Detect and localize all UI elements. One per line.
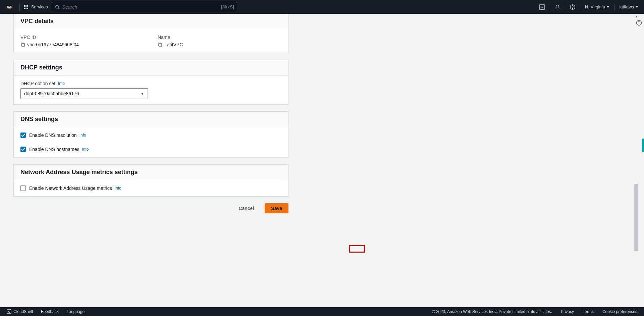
copy-icon[interactable] <box>20 42 25 47</box>
search-input[interactable] <box>62 4 218 10</box>
footer: CloudShell Feedback Language © 2023, Ama… <box>0 307 644 316</box>
nau-metrics-panel: Network Address Usage metrics settings E… <box>13 164 288 197</box>
cancel-button[interactable]: Cancel <box>232 203 260 213</box>
svg-rect-6 <box>27 6 28 7</box>
services-menu[interactable]: Services <box>24 4 48 9</box>
account-menu[interactable]: latifaws ▼ <box>620 4 639 9</box>
enable-dns-resolution-label: Enable DNS resolution <box>29 133 77 138</box>
copyright-text: © 2023, Amazon Web Services India Privat… <box>432 309 552 314</box>
language-link[interactable]: Language <box>67 309 85 314</box>
scroll-up-icon[interactable]: ▴ <box>634 14 639 18</box>
divider <box>565 4 565 10</box>
info-link[interactable]: Info <box>79 133 86 138</box>
aws-logo[interactable]: aws <box>5 5 15 9</box>
scrollbar[interactable]: ▴ <box>634 14 639 307</box>
divider <box>580 4 580 10</box>
dhcp-option-set-select[interactable]: dopt-08970ac0abbe86176 ▼ <box>20 88 148 99</box>
divider <box>19 3 20 11</box>
privacy-link[interactable]: Privacy <box>561 309 574 314</box>
cloudshell-icon[interactable] <box>539 4 545 10</box>
search-hint: [Alt+S] <box>221 4 234 9</box>
svg-rect-4 <box>24 6 25 7</box>
vpc-details-title: VPC details <box>20 18 281 25</box>
vpc-id-value: vpc-0c1677e4849668f04 <box>27 42 79 47</box>
cloudshell-button[interactable]: CloudShell <box>7 309 33 314</box>
dhcp-settings-title: DHCP settings <box>20 64 281 71</box>
info-link[interactable]: Info <box>58 81 65 86</box>
svg-rect-8 <box>25 8 26 9</box>
bell-icon[interactable] <box>555 4 560 10</box>
svg-point-10 <box>56 5 59 8</box>
annotation-box <box>349 245 365 253</box>
side-tab[interactable] <box>642 139 644 152</box>
top-nav: aws Services [Alt+S] N. Virginia ▼ <box>0 0 644 14</box>
dhcp-settings-panel: DHCP settings DHCP option set Info dopt-… <box>13 60 288 105</box>
info-link[interactable]: Info <box>115 186 121 191</box>
enable-nau-metrics-label: Enable Network Address Usage metrics <box>29 186 112 191</box>
caret-down-icon: ▼ <box>141 92 144 96</box>
grid-icon <box>24 5 29 9</box>
svg-rect-15 <box>22 44 24 46</box>
svg-rect-3 <box>27 5 28 6</box>
vpc-name-label: Name <box>158 35 281 40</box>
enable-dns-hostnames-label: Enable DNS hostnames <box>29 147 79 152</box>
enable-dns-resolution-checkbox[interactable] <box>20 133 26 138</box>
caret-down-icon: ▼ <box>635 5 639 9</box>
vpc-id-label: VPC ID <box>20 35 144 40</box>
enable-nau-metrics-checkbox[interactable] <box>20 186 26 191</box>
svg-rect-7 <box>24 8 25 9</box>
copy-icon[interactable] <box>158 42 162 47</box>
region-selector[interactable]: N. Virginia ▼ <box>585 4 610 9</box>
dhcp-option-set-label: DHCP option set <box>20 81 55 86</box>
search-bar[interactable]: [Alt+S] <box>52 2 237 12</box>
info-panel-toggle[interactable] <box>634 20 644 26</box>
enable-dns-hostnames-checkbox[interactable] <box>20 147 26 152</box>
feedback-link[interactable]: Feedback <box>41 309 59 314</box>
svg-line-11 <box>58 8 59 9</box>
vpc-name-value: LatifVPC <box>164 42 183 47</box>
caret-down-icon: ▼ <box>606 5 610 9</box>
vpc-details-panel: VPC details VPC ID vpc-0c1677e4849668f04 <box>13 14 288 53</box>
scroll-thumb[interactable] <box>634 184 638 251</box>
divider <box>550 4 550 10</box>
help-icon[interactable] <box>570 4 575 10</box>
svg-rect-9 <box>27 8 28 9</box>
main-content: VPC details VPC ID vpc-0c1677e4849668f04 <box>0 14 644 307</box>
svg-rect-1 <box>24 5 25 6</box>
svg-point-14 <box>572 8 573 8</box>
terms-link[interactable]: Terms <box>583 309 594 314</box>
dns-settings-title: DNS settings <box>20 116 281 123</box>
cloudshell-label: CloudShell <box>13 309 33 314</box>
svg-point-18 <box>639 21 639 22</box>
cookie-preferences-link[interactable]: Cookie preferences <box>602 309 637 314</box>
dhcp-option-set-value: dopt-08970ac0abbe86176 <box>24 91 79 96</box>
search-icon <box>55 5 60 9</box>
info-link[interactable]: Info <box>82 147 89 152</box>
services-label: Services <box>31 4 48 9</box>
svg-rect-16 <box>159 44 162 46</box>
svg-text:aws: aws <box>7 5 12 8</box>
account-label: latifaws <box>620 4 634 9</box>
region-label: N. Virginia <box>585 4 605 9</box>
svg-rect-2 <box>25 5 26 6</box>
nau-metrics-title: Network Address Usage metrics settings <box>20 169 281 176</box>
svg-rect-5 <box>25 6 26 7</box>
save-button[interactable]: Save <box>265 203 288 213</box>
divider <box>614 4 615 10</box>
dns-settings-panel: DNS settings Enable DNS resolution Info … <box>13 111 288 158</box>
